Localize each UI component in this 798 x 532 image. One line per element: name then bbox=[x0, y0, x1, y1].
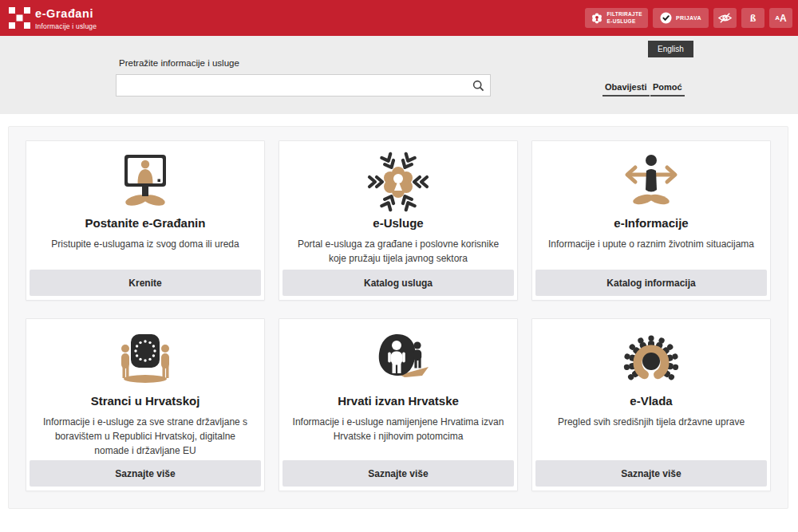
info-arrows-icon bbox=[618, 151, 684, 213]
card-hrvati-izvan-hrvatske: Hrvati izvan Hrvatske Informacije i e-us… bbox=[279, 318, 518, 491]
croatian-checkerboard-logo[interactable] bbox=[8, 6, 31, 30]
saznajte-vise-button[interactable]: Saznajte više bbox=[535, 460, 767, 487]
card-title: e-Vlada bbox=[630, 394, 672, 408]
cards-panel: Postanite e-Građanin Pristupite e-usluga… bbox=[8, 126, 788, 509]
monitor-person-icon bbox=[113, 151, 178, 213]
card-eusluge: e-Usluge Portal e-usluga za građane i po… bbox=[279, 140, 518, 301]
eu-people-icon bbox=[113, 329, 178, 391]
search-box bbox=[116, 74, 491, 97]
card-evlada: e-Vlada Pregled svih središnjih tijela d… bbox=[531, 318, 771, 491]
search-input[interactable] bbox=[117, 75, 466, 96]
top-red-bar: e-Građani Informacije i usluge FILTRIRAJ… bbox=[0, 0, 798, 36]
card-title: Postanite e-Građanin bbox=[85, 216, 206, 230]
search-label: Pretražite informacije i usluge bbox=[119, 58, 239, 68]
login-button[interactable]: PRIJAVA bbox=[653, 8, 709, 28]
font-size-large-letter: A bbox=[780, 13, 787, 24]
dyslexia-font-button[interactable]: ß bbox=[741, 8, 764, 28]
check-circle-icon bbox=[660, 12, 672, 24]
saznajte-vise-button[interactable]: Saznajte više bbox=[30, 460, 261, 487]
katalog-usluga-button[interactable]: Katalog usluga bbox=[282, 270, 514, 296]
card-postanite-egradanin: Postanite e-Građanin Pristupite e-usluga… bbox=[26, 140, 265, 301]
help-link[interactable]: Pomoć bbox=[650, 82, 685, 97]
login-button-label: PRIJAVA bbox=[676, 15, 701, 21]
search-submit-button[interactable] bbox=[466, 75, 490, 96]
card-einformacije: e-Informacije Informacije i upute o razn… bbox=[531, 140, 771, 301]
card-description: Informacije i upute o raznim životnim si… bbox=[548, 237, 754, 251]
diaspora-people-icon bbox=[365, 329, 431, 391]
card-stranci-u-hrvatskoj: Stranci u Hrvatskoj Informacije i e-uslu… bbox=[26, 318, 265, 491]
filter-eservices-button[interactable]: FILTRIRAJTE E-USLUGE bbox=[585, 8, 648, 28]
eye-off-icon bbox=[717, 12, 733, 24]
font-size-button[interactable]: AA bbox=[769, 8, 792, 28]
language-toggle-button[interactable]: English bbox=[648, 41, 693, 57]
government-crowd-icon bbox=[618, 329, 684, 391]
card-description: Pregled svih središnjih tijela državne u… bbox=[558, 415, 745, 429]
search-strip: Pretražite informacije i usluge English … bbox=[0, 36, 798, 114]
card-title: Hrvati izvan Hrvatske bbox=[338, 394, 459, 408]
notifications-link[interactable]: Obavijesti bbox=[602, 82, 650, 97]
card-description: Informacije i e-usluge namijenjene Hrvat… bbox=[292, 415, 504, 443]
krenite-button[interactable]: Krenite bbox=[30, 270, 261, 296]
search-icon bbox=[472, 80, 484, 92]
card-title: Stranci u Hrvatskoj bbox=[91, 394, 200, 408]
contrast-toggle-button[interactable] bbox=[713, 8, 737, 28]
dyslexia-font-label: ß bbox=[750, 12, 756, 25]
keyhole-arrows-icon bbox=[365, 151, 431, 213]
card-description: Pristupite e-uslugama iz svog doma ili u… bbox=[51, 237, 239, 251]
e-gradani-portal: e-Građani Informacije i usluge FILTRIRAJ… bbox=[0, 0, 798, 532]
keyhole-star-icon bbox=[591, 12, 603, 25]
saznajte-vise-button[interactable]: Saznajte više bbox=[282, 460, 514, 487]
app-subtitle: Informacije i usluge bbox=[35, 22, 97, 30]
app-title: e-Građani bbox=[35, 7, 97, 20]
topbar-actions: FILTRIRAJTE E-USLUGE PRIJAVA bbox=[585, 8, 792, 28]
brand-block: e-Građani Informacije i usluge bbox=[35, 7, 97, 30]
card-title: e-Usluge bbox=[373, 216, 423, 230]
katalog-informacija-button[interactable]: Katalog informacija bbox=[535, 270, 767, 296]
card-title: e-Informacije bbox=[614, 216, 688, 230]
card-description: Portal e-usluga za građane i poslovne ko… bbox=[292, 237, 504, 266]
filter-button-label: FILTRIRAJTE E-USLUGE bbox=[607, 11, 642, 26]
card-description: Informacije i e-usluge za sve strane drž… bbox=[39, 415, 251, 458]
